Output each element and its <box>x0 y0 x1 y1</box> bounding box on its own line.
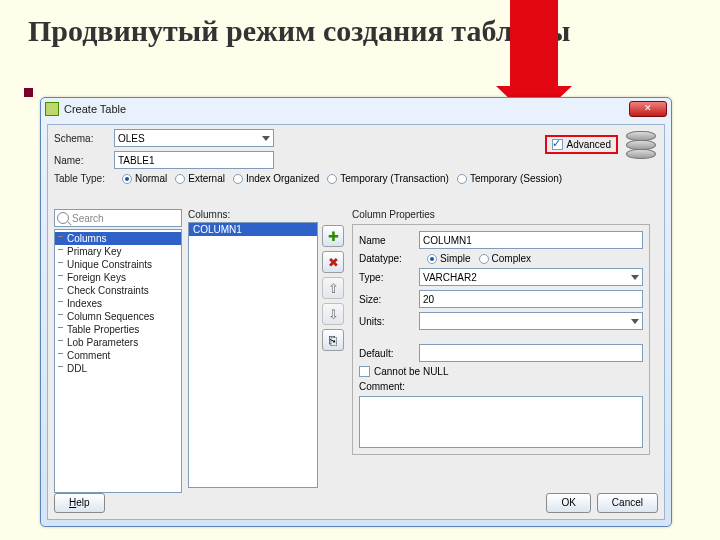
bullet-icon <box>24 88 33 97</box>
search-icon <box>57 212 69 224</box>
search-input[interactable]: Search <box>54 209 182 227</box>
column-item[interactable]: COLUMN1 <box>189 223 317 236</box>
advanced-checkbox[interactable] <box>552 139 563 150</box>
units-combo[interactable] <box>419 312 643 330</box>
units-label: Units: <box>359 316 419 327</box>
radio-external[interactable] <box>175 174 185 184</box>
type-value: VARCHAR2 <box>423 272 477 283</box>
nav-item-check[interactable]: Check Constraints <box>55 284 181 297</box>
default-input[interactable] <box>419 344 643 362</box>
size-value: 20 <box>423 294 434 305</box>
propname-input[interactable]: COLUMN1 <box>419 231 643 249</box>
column-properties-group: Name COLUMN1 Datatype: Simple Complex Ty… <box>352 224 650 455</box>
radio-simple-label: Simple <box>440 253 471 264</box>
radio-temp-session[interactable] <box>457 174 467 184</box>
schema-label: Schema: <box>54 133 114 144</box>
type-combo[interactable]: VARCHAR2 <box>419 268 643 286</box>
copy-column-button[interactable]: ⎘ <box>322 329 344 351</box>
nav-item-primary-key[interactable]: Primary Key <box>55 245 181 258</box>
tabletype-label: Table Type: <box>54 173 114 184</box>
radio-tempsess-label: Temporary (Session) <box>470 173 562 184</box>
name-input[interactable]: TABLE1 <box>114 151 274 169</box>
radio-external-label: External <box>188 173 225 184</box>
comment-textarea[interactable] <box>359 396 643 448</box>
dialog-title: Create Table <box>64 103 126 115</box>
nav-item-comment[interactable]: Comment <box>55 349 181 362</box>
nav-item-table-props[interactable]: Table Properties <box>55 323 181 336</box>
nav-item-columns[interactable]: Columns <box>55 232 181 245</box>
help-rest: elp <box>76 497 89 508</box>
radio-index-organized[interactable] <box>233 174 243 184</box>
size-input[interactable]: 20 <box>419 290 643 308</box>
columns-list[interactable]: COLUMN1 <box>188 222 318 488</box>
datatype-label: Datatype: <box>359 253 419 264</box>
notnull-label: Cannot be NULL <box>374 366 449 377</box>
create-table-dialog: Create Table ✕ Advanced Schema: OLES Nam… <box>40 97 672 527</box>
type-label: Type: <box>359 272 419 283</box>
propname-label: Name <box>359 235 419 246</box>
ok-button[interactable]: OK <box>546 493 590 513</box>
schema-value: OLES <box>118 133 145 144</box>
column-properties-header: Column Properties <box>352 209 650 220</box>
nav-item-foreign-keys[interactable]: Foreign Keys <box>55 271 181 284</box>
chevron-down-icon <box>262 136 270 141</box>
move-up-button[interactable]: ⇧ <box>322 277 344 299</box>
slide-title: Продвинутый режим создания таблицы <box>28 14 692 47</box>
notnull-checkbox[interactable] <box>359 366 370 377</box>
close-button[interactable]: ✕ <box>629 101 667 117</box>
advanced-label: Advanced <box>567 139 611 150</box>
move-down-button[interactable]: ⇩ <box>322 303 344 325</box>
radio-complex-label: Complex <box>492 253 531 264</box>
help-button[interactable]: Help <box>54 493 105 513</box>
name-label: Name: <box>54 155 114 166</box>
size-label: Size: <box>359 294 419 305</box>
table-icon <box>45 102 59 116</box>
cancel-button[interactable]: Cancel <box>597 493 658 513</box>
schema-combo[interactable]: OLES <box>114 129 274 147</box>
name-value: TABLE1 <box>118 155 155 166</box>
default-label: Default: <box>359 348 419 359</box>
nav-item-indexes[interactable]: Indexes <box>55 297 181 310</box>
radio-normal[interactable] <box>122 174 132 184</box>
search-placeholder: Search <box>72 213 104 224</box>
radio-simple[interactable] <box>427 254 437 264</box>
columns-header: Columns: <box>188 209 318 220</box>
radio-index-label: Index Organized <box>246 173 319 184</box>
database-icon <box>626 131 658 165</box>
chevron-down-icon <box>631 275 639 280</box>
radio-temptx-label: Temporary (Transaction) <box>340 173 449 184</box>
radio-normal-label: Normal <box>135 173 167 184</box>
nav-item-lob[interactable]: Lob Parameters <box>55 336 181 349</box>
delete-column-button[interactable]: ✖ <box>322 251 344 273</box>
add-column-button[interactable]: ✚ <box>322 225 344 247</box>
radio-complex[interactable] <box>479 254 489 264</box>
radio-temp-transaction[interactable] <box>327 174 337 184</box>
propname-value: COLUMN1 <box>423 235 472 246</box>
comment-label: Comment: <box>359 381 419 392</box>
nav-item-unique[interactable]: Unique Constraints <box>55 258 181 271</box>
nav-item-col-sequences[interactable]: Column Sequences <box>55 310 181 323</box>
chevron-down-icon <box>631 319 639 324</box>
advanced-checkbox-wrap[interactable]: Advanced <box>545 135 618 154</box>
titlebar: Create Table ✕ <box>41 98 671 120</box>
nav-list[interactable]: Columns Primary Key Unique Constraints F… <box>54 229 182 493</box>
nav-item-ddl[interactable]: DDL <box>55 362 181 375</box>
